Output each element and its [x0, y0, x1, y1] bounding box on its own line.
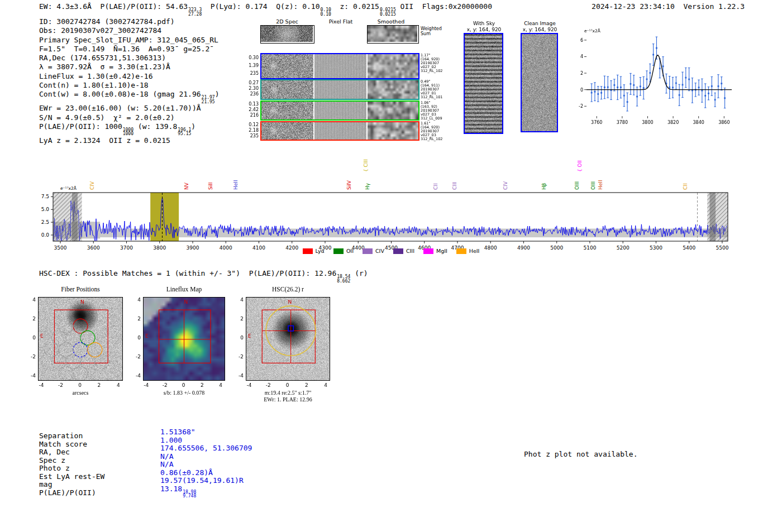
svg-text:e⁻¹⁷x2Å: e⁻¹⁷x2Å: [60, 186, 77, 191]
svg-text:0: 0: [580, 88, 583, 93]
legend-item: CIV: [363, 248, 384, 254]
svg-text:N: N: [80, 299, 84, 305]
legend-label: OII: [346, 248, 354, 254]
axis-tick-label: -4: [35, 382, 48, 388]
fiber-positions-title: Fiber Positions: [38, 286, 123, 293]
with-sky-frame: [464, 33, 503, 134]
elixer-detection-report: EW: 4.3±3.6Å P(LAE)/P(OII): 54.63323.327…: [0, 0, 782, 532]
info-line: LyA z = 2.1324 OII z = 0.0215: [39, 136, 220, 145]
legend-label: MgII: [436, 248, 447, 254]
svg-text:4000: 4000: [220, 245, 232, 251]
svg-text:HeII: HeII: [598, 180, 603, 190]
spec2d-pixelflat-cell: [314, 122, 366, 140]
legend-swatch: [363, 248, 373, 254]
axis-tick-label: -4: [242, 382, 256, 388]
info-line: LineFlux = 1.30(±0.42)e-16: [39, 72, 220, 81]
svg-text:5300: 5300: [650, 245, 662, 251]
spec2d-smoothed-cell: [368, 80, 418, 99]
axis-tick-label: 4: [22, 297, 36, 303]
spec2d-2d-cell: [261, 122, 313, 140]
legend-swatch: [333, 248, 344, 254]
svg-text:3760: 3760: [591, 120, 602, 125]
timestamp-version: 2024-12-23 23:34:10 Version 1.22.3: [570, 2, 745, 11]
hsc-ewr-plae-caption: EWr: 1. PLAE: 12.96: [246, 396, 330, 402]
svg-text:-2: -2: [579, 104, 583, 109]
svg-text:CII: CII: [683, 183, 688, 190]
svg-text:5400: 5400: [683, 245, 695, 251]
svg-text:3500: 3500: [54, 245, 67, 251]
axis-tick-label: -2: [22, 354, 36, 360]
spec2d-row-left-stats: 0.272.30236: [246, 80, 259, 97]
hsc-r-panel: HSC(26.2) r NE m:19.4 re:2.5" s:1.7" EWr…: [229, 282, 349, 408]
legend-item: Lyα: [303, 248, 325, 254]
svg-text:e⁻¹⁷x2Å: e⁻¹⁷x2Å: [584, 28, 601, 33]
legend-label: HeII: [469, 248, 480, 254]
legend-swatch: [393, 248, 403, 254]
svg-text:2.5: 2.5: [41, 219, 49, 225]
clean-image-title: Clean Image: [520, 21, 560, 26]
legend-label: CIII: [406, 248, 414, 254]
match-field-value: 174.655506, 51.306709: [160, 444, 252, 453]
svg-text:5000: 5000: [550, 245, 563, 251]
spec2d-row-right-info: 1.06"(163, 92)20190307v027_03312_LL_009: [421, 101, 442, 121]
svg-text:3800: 3800: [642, 120, 653, 125]
axis-tick-label: 2: [300, 382, 313, 388]
svg-text:CIV: CIV: [89, 181, 95, 190]
svg-text:N: N: [184, 299, 188, 305]
spec2d-fiber-row: [260, 100, 419, 121]
clean-image-frame: [521, 33, 558, 132]
svg-text:HeII: HeII: [233, 180, 239, 190]
match-field-value: 13.1818.989.748: [160, 485, 196, 499]
spec2d-pixelflat-cell: [314, 102, 366, 119]
lineflux-map-frame: NE: [143, 297, 225, 381]
legend-item: MgII: [423, 248, 447, 254]
hsc-r-title: HSC(26.2) r: [246, 286, 330, 293]
spec2d-fiber-row: [260, 121, 419, 141]
spec2d-pixelflat-cell: [314, 54, 366, 78]
spec2d-fiber-row: [260, 79, 419, 100]
lineflux-map-panel: Lineflux Map NE s/b: 1.83 +/- 0.078 -4-4…: [126, 282, 246, 404]
svg-text:3840: 3840: [693, 120, 704, 125]
svg-text:CIII: CIII: [452, 182, 457, 190]
axis-tick-label: 0: [177, 382, 190, 388]
svg-text:E: E: [248, 333, 251, 339]
arcsecs-axis-label: arcsecs: [38, 390, 123, 396]
svg-text:2: 2: [580, 71, 583, 76]
hsc-mag-caption: m:19.4 re:2.5" s:1.7": [246, 390, 330, 396]
axis-tick-label: 4: [230, 297, 244, 303]
legend-label: Lyα: [316, 248, 325, 254]
legend-swatch: [423, 248, 433, 254]
line-fit-inset-plot: -20246376037803800382038403860e⁻¹⁷x2Å: [570, 27, 737, 130]
svg-text:SiIV: SiIV: [346, 180, 352, 190]
svg-text:SiII: SiII: [208, 182, 213, 190]
svg-text:N: N: [288, 299, 292, 305]
svg-text:5100: 5100: [583, 245, 596, 251]
legend-swatch: [303, 248, 313, 254]
info-line: Cont(w) = 8.00(±0.08)e-18 (gmag 21.9621.…: [39, 90, 220, 104]
spec2d-row-left-stats: 0.301.39235: [246, 54, 259, 78]
axis-tick-label: 0: [22, 335, 36, 341]
axis-tick-label: -2: [127, 354, 141, 360]
axis-tick-label: 2: [22, 316, 36, 322]
info-line: Obs: 20190307v027_3002742784: [39, 26, 220, 35]
svg-text:NV: NV: [184, 182, 189, 190]
legend-item: OII: [333, 248, 354, 254]
fiber-positions-panel: Fiber Positions NE arcsecs -4-4-2-200224…: [21, 282, 141, 404]
axis-tick-label: 2: [196, 382, 209, 388]
axis-tick-label: -4: [140, 382, 153, 388]
with-sky-xy: x, y: 164, 920: [463, 27, 505, 32]
spec2d-2d-cell: [261, 80, 313, 99]
summary-topline: EW: 4.3±3.6Å P(LAE)/P(OII): 54.63323.327…: [39, 2, 492, 16]
axis-tick-label: 0: [230, 335, 244, 341]
with-sky-title: With Sky: [463, 21, 505, 26]
axis-tick-label: -2: [158, 382, 171, 388]
svg-text:3860: 3860: [718, 120, 729, 125]
svg-text:3820: 3820: [667, 120, 679, 125]
lineflux-map-title: Lineflux Map: [143, 286, 225, 293]
with-sky-image: [465, 34, 502, 133]
legend-item: HeII: [456, 248, 480, 254]
svg-text:OIII: OIII: [590, 181, 596, 190]
clean-image-xy: x, y: 164, 920: [520, 27, 560, 32]
info-line: P(LAE)/P(OII): 100010001000 (w: 139.8196…: [39, 122, 220, 136]
svg-text:E: E: [145, 333, 149, 339]
